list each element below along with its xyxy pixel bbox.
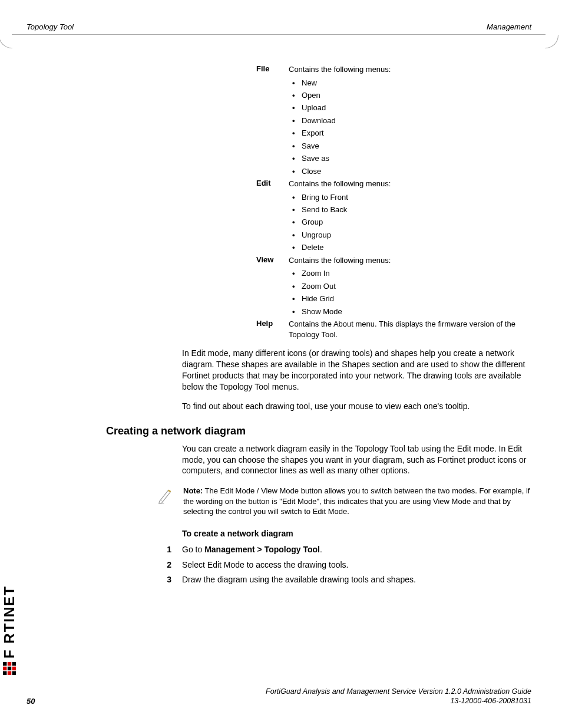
menu-item: Upload [302,101,527,114]
menu-item: Show Mode [302,305,527,318]
menu-item: Save [302,140,527,152]
menu-desc: Contains the following menus: New Open U… [289,64,527,177]
page-footer: FortiGuard Analysis and Management Servi… [27,687,531,706]
menu-label: Edit [256,179,289,254]
footer-line2: 13-12000-406-20081031 [27,696,531,706]
paragraph: To find out about each drawing tool, use… [182,401,533,412]
step-row: 3 Draw the diagram using the available d… [156,574,531,586]
menu-item: New [302,77,527,89]
step-post: . [320,545,322,554]
svg-rect-4 [8,667,11,670]
menu-item: Send to Back [302,203,527,216]
svg-rect-7 [12,667,16,670]
step-text: Go to Management > Topology Tool. [182,544,531,556]
note-text: Note: The Edit Mode / View Mode button a… [183,486,534,517]
header-right: Management [487,22,531,31]
menu-desc: Contains the About menu. This displays t… [289,319,527,340]
menu-item: Group [302,216,527,228]
step-row: 2 Select Edit Mode to access the drawing… [156,559,531,571]
menu-row-file: File Contains the following menus: New O… [256,64,527,177]
menu-items: New Open Upload Download Export Save Sav… [289,77,527,178]
svg-rect-2 [3,662,6,666]
menu-item: Close [302,165,527,177]
steps-list: 1 Go to Management > Topology Tool. 2 Se… [156,544,531,586]
menu-desc: Contains the following menus: Bring to F… [289,179,527,254]
fortinet-logo: F RTINET [1,585,18,675]
menu-label: View [256,255,289,318]
menu-items: Zoom In Zoom Out Hide Grid Show Mode [289,267,527,318]
menu-row-help: Help Contains the About menu. This displ… [256,319,527,340]
menu-intro: Contains the following menus: [289,179,391,188]
menu-item: Save as [302,152,527,164]
step-pre: Select Edit Mode to access the drawing t… [182,560,348,569]
svg-rect-0 [3,671,6,675]
svg-rect-8 [12,662,16,666]
note-icon [157,487,175,505]
menu-row-view: View Contains the following menus: Zoom … [256,255,527,318]
svg-rect-1 [3,667,6,670]
step-number: 1 [156,544,182,556]
menu-item: Zoom Out [302,280,527,292]
menu-item: Zoom In [302,267,527,279]
menu-row-edit: Edit Contains the following menus: Bring… [256,179,527,254]
paragraph: You can create a network diagram easily … [182,443,533,477]
step-pre: Go to [182,545,204,554]
svg-rect-3 [8,671,11,675]
step-number: 3 [156,574,182,586]
menu-item: Export [302,127,527,139]
menu-item: Hide Grid [302,292,527,305]
section-heading: Creating a network diagram [106,425,531,437]
menu-item: Open [302,89,527,101]
step-text: Select Edit Mode to access the drawing t… [182,559,531,571]
menu-item: Delete [302,241,527,253]
step-pre: Draw the diagram using the available dra… [182,575,416,584]
menu-table: File Contains the following menus: New O… [256,64,527,340]
svg-rect-5 [8,662,11,666]
step-bold: Management > Topology Tool [204,545,320,554]
menu-label: Help [256,319,289,340]
logo-text: F RTINET [1,585,18,658]
step-text: Draw the diagram using the available dra… [182,574,531,586]
footer-line1: FortiGuard Analysis and Management Servi… [27,687,531,696]
logo-mark-icon [3,662,16,675]
page-number: 50 [27,697,35,706]
paragraph: In Edit mode, many different icons (or d… [182,348,533,393]
header-rule [12,34,546,35]
menu-intro: Contains the following menus: [289,65,391,74]
svg-rect-6 [12,671,16,675]
step-number: 2 [156,559,182,571]
menu-item: Download [302,114,527,127]
menu-intro: Contains the following menus: [289,256,391,265]
header-left: Topology Tool [27,22,74,31]
note-block: Note: The Edit Mode / View Mode button a… [157,486,534,517]
menu-desc: Contains the following menus: Zoom In Zo… [289,255,527,318]
note-label: Note: [183,486,203,495]
menu-items: Bring to Front Send to Back Group Ungrou… [289,191,527,254]
step-row: 1 Go to Management > Topology Tool. [156,544,531,556]
menu-item: Bring to Front [302,191,527,203]
menu-label: File [256,64,289,177]
menu-intro: Contains the About menu. This displays t… [289,319,515,339]
note-body: The Edit Mode / View Mode button allows … [183,486,530,516]
steps-heading: To create a network diagram [182,529,531,538]
menu-item: Ungroup [302,229,527,241]
